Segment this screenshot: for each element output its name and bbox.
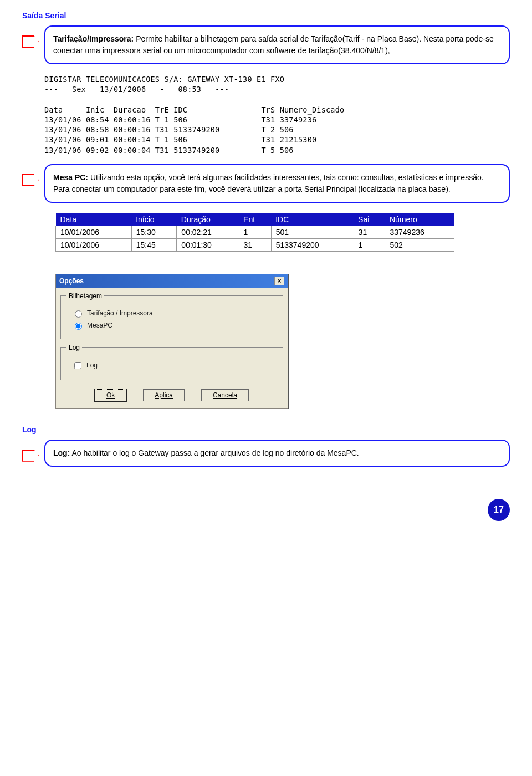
callout-box: Tarifação/Impressora: Permite habilitar … [44,25,510,64]
table-cell: 15:45 [131,238,177,251]
apply-button[interactable]: Aplica [143,389,185,401]
callout-label: Mesa PC: [53,173,88,182]
table-header: Sai [354,213,385,226]
radio-input-mesapc[interactable] [75,323,82,330]
checkbox-input-log[interactable] [74,362,81,369]
callout-label: Tarifação/Impressora: [53,34,134,43]
table-cell: 31 [239,238,271,251]
callout-mesapc: Mesa PC: Utilizando esta opção, você ter… [22,164,510,203]
table-header: Ent [239,213,271,226]
window-titlebar: Opções × [56,274,288,288]
radio-label: MesaPC [87,321,112,329]
callout-box: Log: Ao habilitar o log o Gateway passa … [44,440,510,467]
close-icon[interactable]: × [274,277,284,285]
cancel-button[interactable]: Cancela [201,389,249,401]
table-cell: 00:01:30 [177,238,239,251]
terminal-output: DIGISTAR TELECOMUNICACOES S/A: GATEWAY X… [44,74,510,155]
table-header: IDC [271,213,354,226]
arrow-icon [22,450,39,462]
table-cell: 10/01/2006 [56,238,132,251]
arrow-icon [22,35,39,48]
fieldset-bilhetagem: Bilhetagem Tarifação / Impressora MesaPC [60,292,283,339]
table-cell: 10/01/2006 [56,226,132,239]
ok-button[interactable]: Ok [95,389,126,401]
radio-mesapc[interactable]: MesaPC [72,321,277,330]
table-cell: 00:02:21 [177,226,239,239]
callout-log: Log: Ao habilitar o log o Gateway passa … [22,440,510,467]
arrow-icon [22,174,39,186]
window-buttons: Ok Aplica Cancela [56,385,288,408]
table-header: Data [56,213,132,226]
table-cell: 1 [239,226,271,239]
table-cell: 501 [271,226,354,239]
legend-log: Log [66,344,82,351]
fieldset-log: Log Log [60,344,283,380]
table-cell: 1 [354,238,385,251]
window-title: Opções [59,277,84,285]
page-number-badge: 17 [488,499,510,521]
data-table: DataInícioDuraçãoEntIDCSaiNúmero 10/01/2… [55,213,454,252]
table-cell: 502 [385,238,454,251]
checkbox-log[interactable]: Log [72,360,277,371]
table-header: Início [131,213,177,226]
radio-input-tarifacao[interactable] [75,310,82,318]
callout-text: Ao habilitar o log o Gateway passa a ger… [70,448,359,457]
table-row: 10/01/200615:4500:01:303151337492001502 [56,238,454,251]
table-header: Duração [177,213,239,226]
checkbox-label: Log [86,361,98,369]
radio-tarifacao[interactable]: Tarifação / Impressora [72,309,277,318]
table-cell: 33749236 [385,226,454,239]
legend-bilhetagem: Bilhetagem [66,292,104,300]
options-window: Opções × Bilhetagem Tarifação / Impresso… [55,274,288,409]
table-header: Número [385,213,454,226]
table-cell: 15:30 [131,226,177,239]
callout-box: Mesa PC: Utilizando esta opção, você ter… [44,164,510,203]
section-title-log: Log [22,425,510,434]
table-row: 10/01/200615:3000:02:2115013133749236 [56,226,454,239]
radio-label: Tarifação / Impressora [87,309,153,317]
section-title-saida-serial: Saída Serial [22,11,510,20]
table-cell: 5133749200 [271,238,354,251]
table-cell: 31 [354,226,385,239]
callout-text: Utilizando esta opção, você terá algumas… [53,173,484,193]
callout-tarifacao: Tarifação/Impressora: Permite habilitar … [22,25,510,64]
callout-label: Log: [53,448,70,457]
